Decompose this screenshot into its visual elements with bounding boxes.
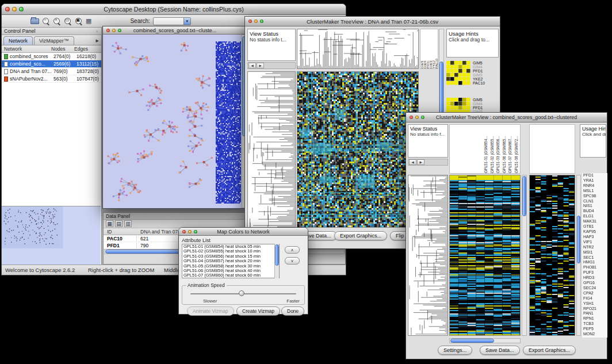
gene-label[interactable]: GPI16 <box>582 281 607 286</box>
move-down-button[interactable]: ∨ <box>285 257 300 265</box>
select-rows-icon[interactable]: ▤ <box>115 220 123 227</box>
minimize-button[interactable] <box>12 7 17 12</box>
network-list-row[interactable]: combined_sco... 2569(6) 13112(15) <box>2 60 101 68</box>
select-attributes-icon[interactable]: ▦ <box>106 220 113 227</box>
close-button[interactable] <box>410 116 413 119</box>
gene-label[interactable]: PUF3 <box>582 270 607 275</box>
minimize-button[interactable] <box>112 29 116 32</box>
minimize-button[interactable] <box>254 20 258 23</box>
gene-label[interactable]: PFD1 <box>582 173 607 178</box>
expression-heatmap[interactable] <box>449 175 521 336</box>
hscroll-thumb[interactable] <box>450 339 494 343</box>
scroll-right-button[interactable]: ▶ <box>257 63 264 68</box>
create-vizmap-button[interactable]: Create Vizmap <box>236 306 280 316</box>
global-heatmap-thumbnail[interactable] <box>529 175 575 336</box>
gene-label[interactable]: CLN1 <box>582 199 607 204</box>
close-button[interactable] <box>248 20 252 23</box>
save-data-button[interactable]: Save Data... <box>480 346 520 355</box>
scroll-right-button[interactable]: ▶ <box>417 159 424 165</box>
attribute-listbox[interactable]: GPL51-01 (GSM854) heat shock 05 minGPL51… <box>182 244 280 278</box>
network-list-row[interactable]: combined_scores 2764(0) 16218(0) <box>2 53 101 60</box>
gene-label[interactable]: MSI1 <box>582 250 607 255</box>
panel-float-icon[interactable]: ▫ <box>96 29 99 34</box>
network-view-titlebar[interactable]: combined_scores_good.txt--cluste... <box>103 26 247 35</box>
gene-label[interactable]: PAN1 <box>582 311 607 316</box>
settings-button[interactable]: Settings... <box>438 346 472 355</box>
vscroll-thumb[interactable] <box>275 244 279 266</box>
gene-label[interactable]: RPO21 <box>582 306 607 312</box>
tab-vizmapper[interactable]: VizMapper™ <box>34 36 74 45</box>
attribute-item[interactable]: GPL51-07 (GSM860) heat shock 60 min <box>182 273 279 278</box>
treeview-dna-titlebar[interactable]: ClusterMaker TreeView : DNA and Tran 07-… <box>245 17 500 26</box>
gene-label[interactable]: CPA2 <box>582 291 607 296</box>
vscroll-thumb[interactable] <box>577 216 580 263</box>
maximize-button[interactable] <box>194 230 197 233</box>
gene-label[interactable]: PHO81 <box>582 265 607 270</box>
gene-label[interactable]: YRA1 <box>582 178 607 183</box>
maximize-button[interactable] <box>118 29 121 32</box>
gene-label[interactable]: KAP95 <box>582 229 607 235</box>
speed-slider-thumb[interactable] <box>239 290 244 296</box>
thumbnail-vscrollbar[interactable] <box>576 175 581 336</box>
gene-label[interactable]: SPC98 <box>582 194 607 199</box>
zoom-out-icon[interactable]: − <box>42 17 50 25</box>
gene-label[interactable]: MON2 <box>582 332 607 337</box>
network-list-row[interactable]: sNAPuberNov2... 563(0) 107847(0) <box>2 75 101 83</box>
maximize-button[interactable] <box>260 20 263 23</box>
close-button[interactable] <box>106 29 110 32</box>
column-dendrogram[interactable] <box>297 29 419 69</box>
tab-overflow-icon[interactable]: ▶ <box>96 39 101 45</box>
network-list-row[interactable]: DNA and Tran 07... 769(0) 183728(0) <box>2 68 101 75</box>
move-up-button[interactable]: ∧ <box>285 246 300 254</box>
maximize-button[interactable] <box>19 7 24 12</box>
row-dendrogram[interactable] <box>408 175 448 336</box>
gene-label[interactable]: BUD4 <box>582 209 607 214</box>
gene-label[interactable]: SEC1 <box>582 255 607 260</box>
gene-label[interactable]: YSH1 <box>582 301 607 306</box>
listbox-vscrollbar[interactable] <box>274 244 279 278</box>
network-canvas[interactable] <box>103 35 242 208</box>
zoom-fit-icon[interactable]: ▭ <box>64 17 72 25</box>
minimize-button[interactable] <box>188 230 192 233</box>
select-columns-icon[interactable]: ▥ <box>124 220 132 227</box>
export-graphics-button[interactable]: Export Graphics... <box>523 346 576 355</box>
gene-label[interactable]: HMG1 <box>582 260 607 265</box>
gene-label[interactable]: GTB1 <box>582 224 607 229</box>
gene-label[interactable]: MSL1 <box>582 189 607 194</box>
close-button[interactable] <box>5 7 10 12</box>
gene-label[interactable]: MAK31 <box>582 219 607 224</box>
close-button[interactable] <box>182 230 186 233</box>
gene-label[interactable]: PEP5 <box>582 327 607 332</box>
dialog-titlebar[interactable]: Map Colors to Network <box>179 228 308 236</box>
gene-label[interactable]: HAP3 <box>582 235 607 240</box>
done-button[interactable]: Done <box>281 306 304 316</box>
zoom-in-icon[interactable]: + <box>53 17 61 25</box>
main-titlebar[interactable]: Cytoscape Desktop (Session Name: collins… <box>2 4 346 15</box>
gene-label[interactable]: RPN1 <box>582 316 607 321</box>
gene-label[interactable]: ELG1 <box>582 214 607 219</box>
tab-network[interactable]: Network <box>3 36 33 45</box>
gene-label[interactable]: FIG4 <box>582 296 607 301</box>
gene-label[interactable]: RNR4 <box>582 183 607 189</box>
minimize-button[interactable] <box>415 116 419 119</box>
gene-label[interactable]: VIP1 <box>582 240 607 245</box>
attribute-browser-icon[interactable]: ▦ <box>86 18 91 24</box>
expression-heatmap[interactable] <box>297 71 419 228</box>
network-navigator[interactable] <box>2 206 101 265</box>
scroll-left-button[interactable]: ◀ <box>248 63 256 68</box>
gene-label[interactable]: HRD3 <box>582 275 607 281</box>
treeview-combined-titlebar[interactable]: ClusterMaker TreeView : combined_scores_… <box>406 113 607 122</box>
heatmap-vscrollbar[interactable] <box>522 175 527 336</box>
vscroll-thumb[interactable] <box>522 176 526 216</box>
scroll-left-button[interactable]: ◀ <box>409 159 416 165</box>
row-dendrogram[interactable] <box>247 71 296 228</box>
gene-label[interactable]: SEC24 <box>582 286 607 291</box>
zoom-selected-icon[interactable]: ▣ <box>75 17 83 25</box>
gene-label[interactable]: TCB3 <box>582 321 607 327</box>
maximize-button[interactable] <box>421 116 424 119</box>
gene-label[interactable]: NTR2 <box>582 245 607 250</box>
heatmap-hscrollbar[interactable] <box>449 338 521 343</box>
search-combobox[interactable]: ▾ <box>153 17 191 25</box>
gene-label[interactable]: NIS1 <box>582 204 607 209</box>
open-session-icon[interactable] <box>30 18 39 24</box>
